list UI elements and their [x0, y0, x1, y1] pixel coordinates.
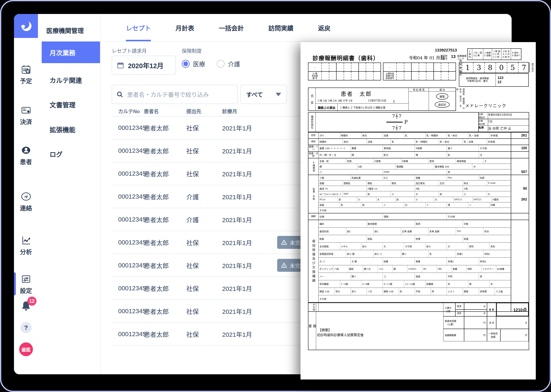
tab-bulk-accounting[interactable]: 一括会計 — [219, 14, 244, 41]
form-cell: その他 — [319, 295, 511, 303]
cell-karte-no: 00012345 — [118, 124, 146, 131]
row-cells: 伝麻浸麻その他 — [319, 213, 511, 220]
shikan-subrow: その他 — [319, 295, 511, 303]
tenki-label: 転帰 — [479, 126, 488, 132]
help-button[interactable]: ? — [21, 322, 32, 333]
cell-month: 2021年1月 — [222, 238, 252, 247]
sidebar-item-contact[interactable]: 連絡 — [14, 191, 38, 212]
todokede-label: 届 出 — [429, 88, 456, 91]
tab-visit-results[interactable]: 訪問実績 — [268, 14, 293, 41]
nav-item-extensions[interactable]: 拡張機能 — [42, 118, 100, 140]
cell-name: 患者太郎 — [144, 238, 169, 247]
form-cell: 1 — [462, 63, 473, 72]
form-cell: 全顎 枚 — [319, 158, 346, 164]
search-input[interactable]: 患者名・カルテ番号で絞り込み — [112, 85, 237, 104]
form-cell: 時間外 — [340, 133, 361, 138]
form-cell: 修理 — [415, 235, 463, 242]
radio-circle — [217, 60, 225, 68]
cell-month: 2021年1月 — [222, 146, 252, 155]
form-cell: 深夜 — [367, 139, 391, 145]
sidebar-item-settings[interactable]: 設定 — [14, 274, 38, 295]
form-cell: 前 — [439, 191, 463, 196]
form-cell: 修形 — [468, 243, 489, 250]
form-cell: 3 後期 4 退職 — [483, 49, 492, 60]
col-header-destination: 提出先 — [186, 107, 201, 115]
shikan-subrow: 金属歯冠修復前小 銀前小 バ硬ジ乳充填1材充Ⅰ — [319, 250, 511, 257]
tooth-p: P — [404, 119, 408, 125]
secondary-nav-panel: 医療機関管理 月次業務 カルテ関連 文書管理 拡張機能 ログ — [38, 14, 101, 374]
nav-item-monthly-ops[interactable]: 月次業務 — [42, 42, 100, 63]
tab-receipt[interactable]: レセプト — [126, 14, 151, 41]
form-cell: 床修理 — [479, 288, 495, 295]
radio-label: 医療 — [193, 59, 205, 68]
form-cell: 小 — [463, 191, 487, 196]
inst-code: 1339227513 — [435, 48, 457, 53]
form-cell: 埋 — [446, 202, 468, 208]
sidebar-item-schedule[interactable]: 予定 — [14, 64, 38, 85]
cell-dest: 社保 — [186, 238, 199, 247]
insured-symbol-box: 被保険者証・被保険者 手帳等の記号・番号 123 12 — [459, 73, 529, 87]
form-cell: 乳 — [391, 139, 414, 145]
nav-item-documents[interactable]: 文書管理 — [42, 94, 100, 115]
form-cell: 乳 — [340, 202, 361, 208]
shochi-subrow: PCur前小大前小大SPT(1)SPT(2)P重防 — [319, 197, 511, 202]
form-cell: 保 — [479, 273, 511, 280]
nav-item-log[interactable]: ログ — [42, 143, 100, 165]
row-cells: 歯管 100 ＋ ＋ ＋ ＋ ＋薬管実地指P画像歯リその他 — [319, 145, 511, 151]
stamp-hokan: 補管 — [436, 93, 448, 100]
patient-burden-label: 患者負担額 （公費） — [443, 316, 464, 329]
disease-label: 傷病名部位 — [308, 112, 316, 132]
app-logo[interactable] — [14, 14, 38, 38]
tab-monthly-table[interactable]: 月計表 — [175, 14, 194, 41]
shikan-subrow: 支台築造メタル前小大その他前小大修形充形 — [319, 242, 511, 250]
birth-date: 12年07月14日 — [368, 98, 386, 102]
form-cell — [511, 202, 529, 208]
status-filter-dropdown[interactable]: すべて — [240, 85, 287, 104]
form-cell: 抜髄 — [319, 181, 342, 186]
device-frame: 予定 決済 患者 — [0, 0, 551, 392]
form-cell: 262 — [511, 197, 529, 202]
form-cell: 歯清 70 — [319, 186, 367, 191]
notifications-button[interactable]: 12 — [20, 300, 33, 313]
form-cell: 処方 — [383, 152, 415, 158]
form-cell: 大 — [383, 243, 404, 250]
total-label: 合 計 — [487, 303, 496, 316]
col-header-patient-name: 患者名 — [144, 107, 159, 115]
form-cell: 支台築造 — [319, 243, 340, 250]
cell-karte-no: 00012345 — [118, 216, 146, 223]
form-cell: 他 — [446, 169, 511, 175]
form-cell: 材料 — [466, 265, 481, 273]
user-avatar[interactable]: 歯医 — [19, 343, 33, 356]
claim-label: 請求 — [455, 303, 464, 309]
sidebar-item-payment[interactable]: 決済 — [14, 105, 38, 126]
line-chart-icon — [21, 235, 31, 245]
form-cell: 乳・深夜 — [463, 139, 487, 145]
cell-karte-no: 00012345 — [118, 285, 146, 292]
form-cell: 咬調 — [479, 175, 511, 180]
form-title: 診療報酬明細書（歯科） — [313, 54, 379, 62]
radio-medical[interactable]: 医療 — [182, 59, 205, 68]
form-cell: 調 — [350, 152, 383, 158]
form-cell: 3 歯 科 — [468, 49, 472, 60]
shochi-subrow: う蝕乳歯処置Rコ填塞Hys咬調 — [319, 175, 511, 180]
form-cell: ①社・国 2公 費 — [472, 49, 483, 60]
kohi-points-label: 公費分 点数 — [443, 303, 455, 316]
sidebar-item-patients[interactable]: 患者 — [14, 145, 38, 166]
form-cell: 根貼 — [367, 181, 391, 186]
cell-karte-no: 00012345 — [118, 193, 146, 200]
form-cell — [511, 208, 529, 213]
high-cost-label: 高額療養費 — [443, 329, 464, 341]
tab-label: 一括会計 — [219, 23, 244, 32]
form-cell: 根充 — [391, 181, 414, 186]
xray-subrow: パEMR他 — [319, 169, 511, 175]
radio-care[interactable]: 介護 — [217, 59, 240, 68]
tab-returns[interactable]: 返戻 — [318, 14, 330, 41]
nav-item-karte[interactable]: カルテ関連 — [42, 69, 100, 91]
sidebar-item-analytics[interactable]: 分析 — [14, 235, 38, 256]
claim-month-picker[interactable]: 2020年12月 — [112, 56, 176, 75]
insurer-number-row: 保 険 者 番 号 138057 給付割合 — [459, 62, 529, 73]
cell-name: 患者太郎 — [144, 329, 169, 339]
insured-symbol-value: 123 12 — [496, 74, 528, 86]
insurer-digits: 138057 — [462, 63, 529, 72]
dental-receipt-preview[interactable]: 診療報酬明細書（歯科） 令和04 年 01 月分 都道府 県番号 13 医療機関… — [300, 42, 536, 379]
